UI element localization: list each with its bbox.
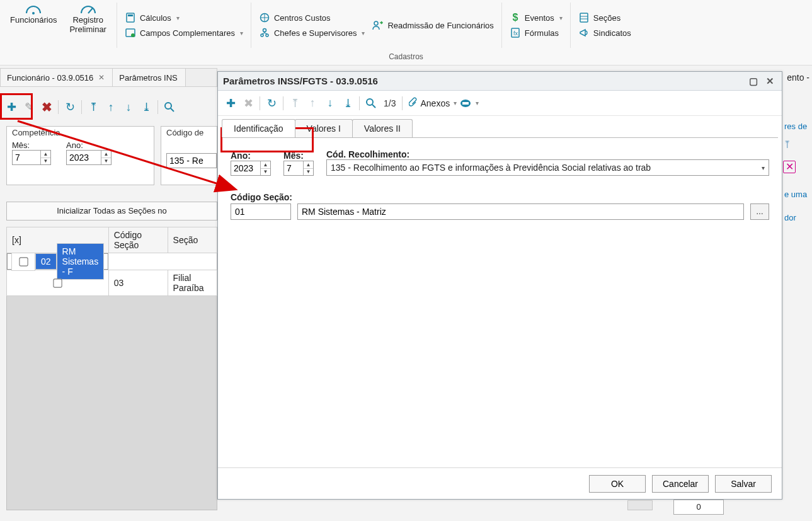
refresh-button[interactable]: ↻ xyxy=(263,94,280,112)
row-checkbox[interactable] xyxy=(54,278,62,287)
spin-down-icon[interactable]: ▼ xyxy=(304,169,313,176)
init-all-sections-button[interactable]: Inicializar Todas as Seções no xyxy=(6,202,217,220)
ano-label: Ano: xyxy=(231,151,271,161)
form-identificacao: Ano: ▲▼ Mês: ▲▼ Cód. Recolhimento: 135 -… xyxy=(218,138,782,231)
mes-input[interactable] xyxy=(13,152,40,163)
gauge-icon xyxy=(77,1,99,15)
attachments-dropdown[interactable]: Anexos ▾ xyxy=(409,97,457,109)
spin-up-icon[interactable]: ▲ xyxy=(41,151,50,158)
tab-identificacao[interactable]: Identificação xyxy=(222,119,295,137)
add-button[interactable]: ✚ xyxy=(222,94,239,112)
last-button[interactable]: ⤓ xyxy=(339,94,357,112)
prev-button[interactable]: ↑ xyxy=(102,98,120,116)
close-icon[interactable]: ✕ xyxy=(763,76,777,87)
cell-codigo: 03 xyxy=(108,270,168,296)
ribbon-item-label: Readmissão de Funcionários xyxy=(387,21,493,30)
cod-recolhimento-select[interactable]: 135 - Recolhimento ao FGTS e informações… xyxy=(326,159,769,176)
ribbon-item-calculos[interactable]: Cálculos▾ xyxy=(125,12,243,23)
cancel-button[interactable]: Cancelar xyxy=(652,475,709,493)
doc-tab-label: Parâmetros INS xyxy=(119,73,177,83)
ribbon-item-eventos[interactable]: $ Eventos▾ xyxy=(510,12,563,23)
modal-titlebar[interactable]: Parâmetros INSS/FGTS - 03.9.0516 ▢ ✕ xyxy=(218,72,782,91)
close-icon[interactable]: ✕ xyxy=(98,73,105,82)
modal-footer: OK Cancelar Salvar xyxy=(218,467,782,499)
tab-valores-1[interactable]: Valores I xyxy=(295,119,353,137)
doc-tab-parametros[interactable]: Parâmetros INS xyxy=(113,69,185,86)
search-button[interactable] xyxy=(161,98,178,116)
spin-down-icon[interactable]: ▼ xyxy=(41,158,50,165)
ribbon-item-label: Sindicatos xyxy=(593,28,631,38)
mes-spin[interactable]: ▲▼ xyxy=(283,161,314,176)
ribbon-group-label: Cadastros xyxy=(0,52,812,61)
mes-input[interactable] xyxy=(284,163,303,174)
ribbon-btn-funcionarios[interactable]: Funcionários xyxy=(4,0,63,50)
footer-number-box: 0 xyxy=(673,500,724,515)
spin-up-icon[interactable]: ▲ xyxy=(101,151,111,158)
spin-down-icon[interactable]: ▼ xyxy=(101,158,111,165)
ok-button[interactable]: OK xyxy=(589,475,646,493)
svg-point-0 xyxy=(32,12,35,14)
first-icon[interactable]: ⤒ xyxy=(783,139,791,151)
megaphone-icon xyxy=(578,27,590,38)
ribbon-item-centros-custos[interactable]: Centros Custos xyxy=(259,12,365,23)
next-button[interactable]: ↓ xyxy=(120,98,137,116)
ano-spin[interactable]: ▲▼ xyxy=(231,161,271,176)
chevron-down-icon[interactable]: ▾ xyxy=(476,100,479,106)
ano-spin[interactable]: ▲▼ xyxy=(66,150,112,165)
mes-label: Mês: xyxy=(12,140,51,150)
svg-point-18 xyxy=(367,99,373,105)
ribbon-item-readmissao[interactable]: Readmissão de Funcionários xyxy=(372,20,493,31)
maximize-icon[interactable]: ▢ xyxy=(746,76,760,87)
codigo-secao-input[interactable] xyxy=(231,203,291,220)
ribbon-item-campos-complementares[interactable]: Campos Complementares▾ xyxy=(125,27,243,38)
ribbon-item-formulas[interactable]: fx Fórmulas xyxy=(510,27,563,38)
mes-spin[interactable]: ▲▼ xyxy=(12,150,51,165)
spin-up-icon[interactable]: ▲ xyxy=(304,161,313,169)
next-button[interactable]: ↓ xyxy=(321,94,339,112)
processes-button[interactable] xyxy=(457,94,474,112)
close-box-icon[interactable]: ✕ xyxy=(783,161,796,173)
edit-button[interactable]: ✎ xyxy=(20,98,38,116)
ribbon-item-sindicatos[interactable]: Sindicatos xyxy=(578,27,631,38)
refresh-button[interactable]: ↻ xyxy=(61,98,79,116)
modal-tabstrip: Identificação Valores I Valores II xyxy=(218,116,782,137)
ribbon-item-secoes[interactable]: Seções xyxy=(578,12,631,23)
col-codigo[interactable]: Código Seção xyxy=(108,227,168,253)
codigo-de-value[interactable] xyxy=(166,153,217,168)
table-row[interactable]: 02 RM Sistemas - F xyxy=(7,253,108,270)
col-secao[interactable]: Seção xyxy=(168,227,217,253)
chevron-down-icon: ▾ xyxy=(240,30,243,37)
ribbon-item-chefes-supervisores[interactable]: Chefes e Supervisores▾ xyxy=(259,27,365,38)
spin-down-icon[interactable]: ▼ xyxy=(261,169,270,176)
group-competencia: Competência Mês: ▲▼ Ano: ▲▼ xyxy=(6,126,154,185)
chevron-down-icon: ▾ xyxy=(176,14,180,21)
save-button[interactable]: Salvar xyxy=(715,475,772,493)
table-row[interactable]: 03 Filial Paraíba xyxy=(7,270,217,296)
add-button[interactable]: ✚ xyxy=(3,98,20,116)
browse-button[interactable]: … xyxy=(750,203,769,220)
ano-input[interactable] xyxy=(67,152,101,163)
clip-link[interactable]: e uma xyxy=(783,188,812,200)
ribbon-item-label: Cálculos xyxy=(140,13,171,23)
codigo-de-input[interactable] xyxy=(167,155,206,166)
codigo-secao-desc[interactable] xyxy=(297,203,744,220)
horizontal-scrollbar[interactable] xyxy=(627,500,653,510)
delete-button[interactable]: ✖ xyxy=(38,98,55,116)
ano-input[interactable] xyxy=(231,163,260,174)
clip-link[interactable]: dor xyxy=(783,212,812,224)
employee-icon xyxy=(23,1,44,15)
tab-valores-2[interactable]: Valores II xyxy=(352,119,413,137)
doc-tab-funcionario[interactable]: Funcionário - 03.9.0516 ✕ xyxy=(1,69,113,86)
spin-up-icon[interactable]: ▲ xyxy=(261,161,270,169)
ribbon-item-label: Eventos xyxy=(525,13,554,23)
ribbon-item-label: Chefes e Supervisores xyxy=(274,28,357,38)
modal-title-text: Parâmetros INSS/FGTS - 03.9.0516 xyxy=(223,76,378,86)
ribbon-btn-registro-preliminar[interactable]: Registro Preliminar xyxy=(63,0,113,50)
first-button[interactable]: ⤒ xyxy=(84,98,102,116)
row-checkbox[interactable] xyxy=(19,257,28,266)
ribbon-label: Registro Preliminar xyxy=(69,15,106,34)
calculator-icon xyxy=(125,12,136,23)
last-button[interactable]: ⤓ xyxy=(137,98,155,116)
search-button[interactable] xyxy=(362,94,380,112)
record-counter: 1/3 xyxy=(384,98,396,108)
